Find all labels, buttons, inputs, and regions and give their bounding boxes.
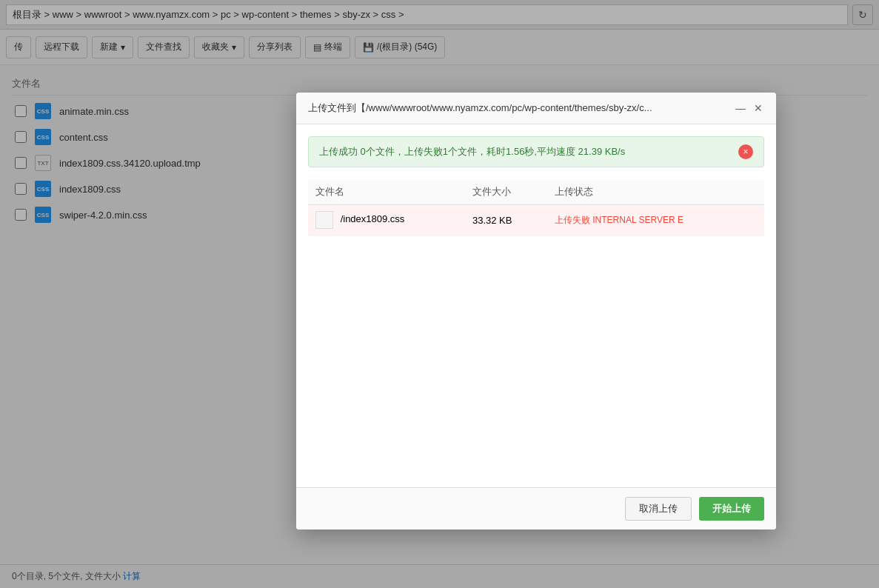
- file-thumbnail: [315, 211, 333, 229]
- status-banner: 上传成功 0个文件，上传失败1个文件，耗时1.56秒,平均速度 21.39 KB…: [308, 136, 764, 167]
- upload-filename: /index1809.css: [341, 213, 405, 224]
- start-upload-button[interactable]: 开始上传: [699, 497, 764, 521]
- table-col-status: 上传状态: [547, 179, 764, 205]
- table-col-filename: 文件名: [308, 179, 465, 205]
- modal-controls: — ✕: [735, 102, 764, 114]
- modal-body: 上传成功 0个文件，上传失败1个文件，耗时1.56秒,平均速度 21.39 KB…: [296, 124, 776, 487]
- upload-modal: 上传文件到【/www/wwwroot/www.nyamzx.com/pc/wp-…: [296, 93, 776, 529]
- table-row: /index1809.css 33.32 KB 上传失败 INTERNAL SE…: [308, 205, 764, 235]
- upload-status-error: 上传失败 INTERNAL SERVER E: [555, 215, 684, 225]
- modal-footer: 取消上传 开始上传: [296, 487, 776, 529]
- minimize-button[interactable]: —: [735, 102, 746, 114]
- modal-header: 上传文件到【/www/wwwroot/www.nyamzx.com/pc/wp-…: [296, 93, 776, 124]
- status-banner-text: 上传成功 0个文件，上传失败1个文件，耗时1.56秒,平均速度 21.39 KB…: [319, 145, 625, 158]
- upload-table: 文件名 文件大小 上传状态 /index1809.css 33.32 KB 上传…: [308, 179, 764, 235]
- table-cell-filename: /index1809.css: [308, 205, 465, 235]
- table-col-filesize: 文件大小: [465, 179, 547, 205]
- modal-title: 上传文件到【/www/wwwroot/www.nyamzx.com/pc/wp-…: [308, 101, 652, 115]
- close-button[interactable]: ✕: [752, 102, 764, 114]
- table-cell-status: 上传失败 INTERNAL SERVER E: [547, 205, 764, 235]
- table-cell-filesize: 33.32 KB: [465, 205, 547, 235]
- cancel-upload-button[interactable]: 取消上传: [625, 497, 692, 521]
- modal-overlay: 上传文件到【/www/wwwroot/www.nyamzx.com/pc/wp-…: [0, 0, 879, 588]
- status-banner-close-button[interactable]: ×: [738, 144, 753, 159]
